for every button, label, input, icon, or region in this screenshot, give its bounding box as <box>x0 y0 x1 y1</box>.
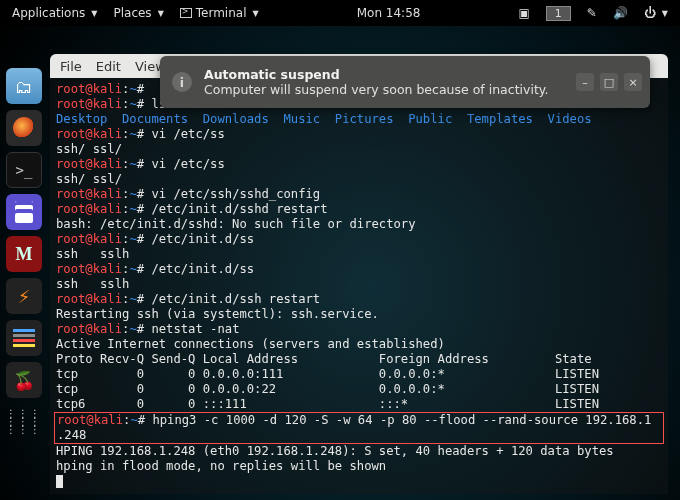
applications-label: Applications <box>12 6 85 20</box>
notification-icon: i <box>160 72 204 92</box>
cmd-hping3: hping3 -c 1000 -d 120 -S -w 64 -p 80 --f… <box>145 413 651 427</box>
bash-error: bash: /etc/init.d/sshd: No such file or … <box>56 217 416 231</box>
applications-menu[interactable]: Applications▼ <box>6 6 103 20</box>
show-apps-icon[interactable]: ⋮⋮⋮⋮⋮⋮⋮⋮⋮ <box>6 404 42 440</box>
cmd-initd-1: /etc/init.d/ss <box>144 232 254 246</box>
close-button[interactable]: × <box>624 73 642 91</box>
power-icon: ⏻ <box>644 6 656 20</box>
cmd-vi-2: vi /etc/ss <box>144 157 225 171</box>
notification-body: Computer will suspend very soon because … <box>204 82 548 97</box>
brush-icon: ✎ <box>587 6 597 20</box>
places-menu[interactable]: Places▼ <box>107 6 169 20</box>
dock: 🗂 >_ M ⚡ 🍒 ⋮⋮⋮⋮⋮⋮⋮⋮⋮ <box>0 62 48 480</box>
chevron-down-icon: ▼ <box>158 9 164 18</box>
cmd-initd-2: /etc/init.d/ss <box>144 262 254 276</box>
speaker-icon: 🔊 <box>613 6 628 20</box>
notification: i Automatic suspend Computer will suspen… <box>160 56 650 108</box>
cmd-netstat: netstat -nat <box>144 322 239 336</box>
hping-output-1: HPING 192.168.1.248 (eth0 192.168.1.248)… <box>56 444 614 458</box>
notification-title: Automatic suspend <box>204 67 548 82</box>
menu-edit[interactable]: Edit <box>96 59 121 74</box>
netstat-header-1: Active Internet connections (servers and… <box>56 337 445 351</box>
volume-control[interactable]: 🔊 <box>607 6 634 20</box>
cmd-hping3-wrap: .248 <box>57 428 86 442</box>
maximize-button[interactable]: □ <box>600 73 618 91</box>
places-label: Places <box>113 6 151 20</box>
tab-completion-3: ssh sslh <box>56 247 129 261</box>
cmd-vi-sshd: vi /etc/ssh/sshd_config <box>144 187 320 201</box>
metasploit-icon[interactable]: M <box>6 236 42 272</box>
terminal-window: File Edit View root@kali:~# root@kali:~#… <box>50 54 668 494</box>
netstat-row: tcp 0 0 0.0.0.0:22 0.0.0.0:* LISTEN <box>56 382 599 396</box>
cmd-vi-1: vi /etc/ss <box>144 127 225 141</box>
hping-output-2: hping in flood mode, no replies will be … <box>56 459 386 473</box>
terminal-body[interactable]: root@kali:~# root@kali:~# ls Desktop Doc… <box>50 78 668 494</box>
ssh-restart-output: Restarting ssh (via systemctl): ssh.serv… <box>56 307 379 321</box>
netstat-row: tcp6 0 0 :::111 :::* LISTEN <box>56 397 599 411</box>
terminal-cursor <box>56 475 63 488</box>
wireshark-icon[interactable] <box>6 320 42 356</box>
cherrytree-icon[interactable]: 🍒 <box>6 362 42 398</box>
workspace-badge: 1 <box>546 6 571 21</box>
netstat-header-2: Proto Recv-Q Send-Q Local Address Foreig… <box>56 352 592 366</box>
camera-icon: ▣ <box>518 6 529 20</box>
menu-file[interactable]: File <box>60 59 82 74</box>
power-menu[interactable]: ⏻▼ <box>638 6 674 20</box>
chevron-down-icon: ▼ <box>662 9 668 18</box>
terminal-icon <box>180 8 192 18</box>
firefox-icon[interactable] <box>6 110 42 146</box>
chevron-down-icon: ▼ <box>253 9 259 18</box>
gnome-top-bar: Applications▼ Places▼ Terminal▼ Mon 14:5… <box>0 0 680 26</box>
files-icon[interactable]: 🗂 <box>6 68 42 104</box>
tab-completion-1: ssh/ ssl/ <box>56 142 122 156</box>
netstat-row: tcp 0 0 0.0.0.0:111 0.0.0.0:* LISTEN <box>56 367 599 381</box>
active-app-menu[interactable]: Terminal▼ <box>174 6 265 20</box>
tab-completion-2: ssh/ ssl/ <box>56 172 122 186</box>
highlighted-command: root@kali:~# hping3 -c 1000 -d 120 -S -w… <box>54 412 664 444</box>
zenmap-icon[interactable]: ⚡ <box>6 278 42 314</box>
cmd-sshd-restart: /etc/init.d/sshd restart <box>144 202 327 216</box>
color-picker[interactable]: ✎ <box>581 6 603 20</box>
info-icon: i <box>172 72 192 92</box>
text-editor-icon[interactable] <box>6 194 42 230</box>
notification-controls: – □ × <box>576 73 650 91</box>
active-app-label: Terminal <box>196 6 247 20</box>
terminal-icon[interactable]: >_ <box>6 152 42 188</box>
desktop: 🗂 >_ M ⚡ 🍒 ⋮⋮⋮⋮⋮⋮⋮⋮⋮ File Edit View root… <box>0 26 680 500</box>
tab-completion-4: ssh sslh <box>56 277 129 291</box>
minimize-button[interactable]: – <box>576 73 594 91</box>
cmd-ssh-restart: /etc/init.d/ssh restart <box>144 292 320 306</box>
prompt-userhost: root@kali <box>56 82 122 96</box>
workspace-indicator[interactable]: 1 <box>540 6 577 21</box>
clock[interactable]: Mon 14:58 <box>351 6 427 20</box>
recording-indicator[interactable]: ▣ <box>512 6 535 20</box>
chevron-down-icon: ▼ <box>91 9 97 18</box>
clock-label: Mon 14:58 <box>357 6 421 20</box>
notification-text: Automatic suspend Computer will suspend … <box>204 67 548 97</box>
ls-output: Desktop Documents Downloads Music Pictur… <box>56 112 592 126</box>
